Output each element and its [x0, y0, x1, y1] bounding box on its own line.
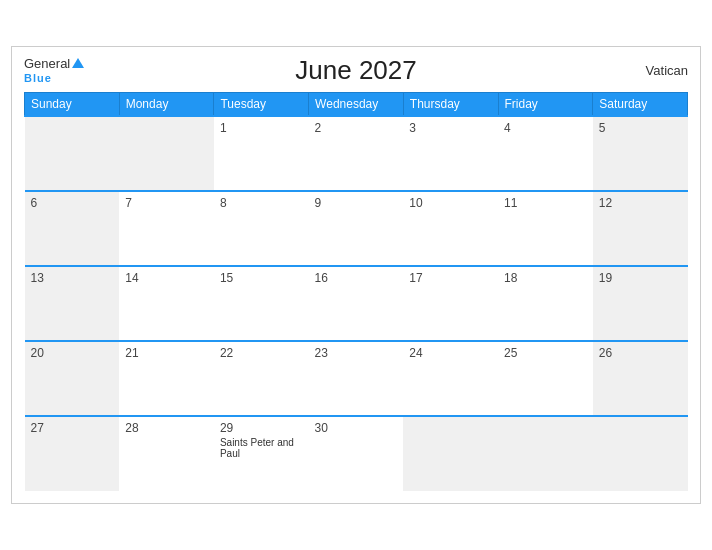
calendar-grid: Sunday Monday Tuesday Wednesday Thursday…: [24, 92, 688, 491]
day-number: 12: [599, 196, 682, 210]
week-row-0: 12345: [25, 116, 688, 191]
table-row: 26: [593, 341, 688, 416]
table-row: 6: [25, 191, 120, 266]
day-number: 27: [31, 421, 114, 435]
logo: General Blue: [24, 57, 84, 83]
table-row: [498, 416, 593, 491]
day-number: 2: [315, 121, 398, 135]
week-row-3: 20212223242526: [25, 341, 688, 416]
table-row: [403, 416, 498, 491]
table-row: 19: [593, 266, 688, 341]
table-row: 28: [119, 416, 214, 491]
table-row: 4: [498, 116, 593, 191]
day-number: 30: [315, 421, 398, 435]
table-row: 11: [498, 191, 593, 266]
table-row: 5: [593, 116, 688, 191]
week-row-1: 6789101112: [25, 191, 688, 266]
day-number: 5: [599, 121, 682, 135]
table-row: 17: [403, 266, 498, 341]
day-number: 7: [125, 196, 208, 210]
day-number: 8: [220, 196, 303, 210]
day-number: 15: [220, 271, 303, 285]
calendar-title: June 2027: [295, 55, 416, 86]
table-row: [593, 416, 688, 491]
day-number: 9: [315, 196, 398, 210]
header-monday: Monday: [119, 92, 214, 116]
day-number: 22: [220, 346, 303, 360]
logo-blue-text: Blue: [24, 72, 84, 84]
day-number: 21: [125, 346, 208, 360]
table-row: 14: [119, 266, 214, 341]
calendar-header: General Blue June 2027 Vatican: [24, 57, 688, 83]
header-wednesday: Wednesday: [309, 92, 404, 116]
table-row: 2: [309, 116, 404, 191]
day-number: 16: [315, 271, 398, 285]
table-row: 10: [403, 191, 498, 266]
table-row: 24: [403, 341, 498, 416]
logo-triangle-icon: [72, 58, 84, 68]
table-row: 23: [309, 341, 404, 416]
week-row-2: 13141516171819: [25, 266, 688, 341]
day-number: 17: [409, 271, 492, 285]
table-row: 8: [214, 191, 309, 266]
table-row: 3: [403, 116, 498, 191]
day-number: 26: [599, 346, 682, 360]
header-tuesday: Tuesday: [214, 92, 309, 116]
week-row-4: 272829Saints Peter and Paul30: [25, 416, 688, 491]
table-row: 13: [25, 266, 120, 341]
day-number: 24: [409, 346, 492, 360]
table-row: 30: [309, 416, 404, 491]
table-row: 1: [214, 116, 309, 191]
day-number: 25: [504, 346, 587, 360]
table-row: 18: [498, 266, 593, 341]
day-number: 29: [220, 421, 303, 435]
table-row: 9: [309, 191, 404, 266]
weekday-header-row: Sunday Monday Tuesday Wednesday Thursday…: [25, 92, 688, 116]
table-row: 15: [214, 266, 309, 341]
day-number: 1: [220, 121, 303, 135]
day-number: 6: [31, 196, 114, 210]
logo-general-text: General: [24, 57, 70, 71]
day-number: 19: [599, 271, 682, 285]
header-sunday: Sunday: [25, 92, 120, 116]
table-row: 22: [214, 341, 309, 416]
table-row: 16: [309, 266, 404, 341]
table-row: 25: [498, 341, 593, 416]
header-friday: Friday: [498, 92, 593, 116]
day-number: 28: [125, 421, 208, 435]
header-thursday: Thursday: [403, 92, 498, 116]
table-row: 12: [593, 191, 688, 266]
table-row: 21: [119, 341, 214, 416]
day-number: 20: [31, 346, 114, 360]
table-row: 7: [119, 191, 214, 266]
day-number: 18: [504, 271, 587, 285]
day-number: 3: [409, 121, 492, 135]
day-number: 14: [125, 271, 208, 285]
calendar-container: General Blue June 2027 Vatican Sunday Mo…: [11, 46, 701, 503]
header-saturday: Saturday: [593, 92, 688, 116]
table-row: 29Saints Peter and Paul: [214, 416, 309, 491]
day-number: 10: [409, 196, 492, 210]
day-number: 13: [31, 271, 114, 285]
day-number: 23: [315, 346, 398, 360]
table-row: [25, 116, 120, 191]
table-row: 20: [25, 341, 120, 416]
day-number: 4: [504, 121, 587, 135]
calendar-country: Vatican: [646, 63, 688, 78]
table-row: 27: [25, 416, 120, 491]
event-label: Saints Peter and Paul: [220, 437, 303, 459]
table-row: [119, 116, 214, 191]
day-number: 11: [504, 196, 587, 210]
